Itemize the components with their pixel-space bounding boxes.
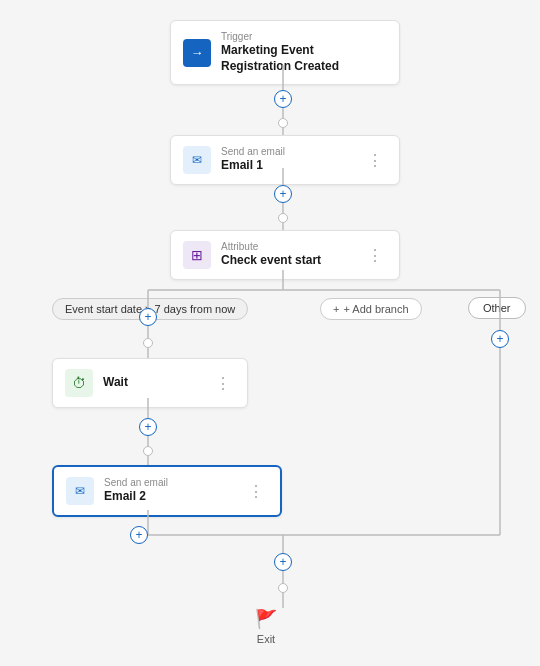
email2-title: Send an email <box>104 477 168 489</box>
wait-icon: ⏱ <box>65 369 93 397</box>
plus-btn-left[interactable]: + <box>139 308 157 326</box>
attribute-menu[interactable]: ⋮ <box>363 244 387 267</box>
connectors-svg <box>0 0 540 666</box>
other-pill[interactable]: Other <box>468 297 526 319</box>
add-branch-icon: + <box>333 303 339 315</box>
workflow-canvas: → Trigger Marketing Event Registration C… <box>0 0 540 666</box>
plus-btn-5[interactable]: + <box>274 553 292 571</box>
trigger-text: Trigger Marketing Event Registration Cre… <box>221 31 387 74</box>
email2-icon: ✉ <box>66 477 94 505</box>
trigger-label: Marketing Event Registration Created <box>221 43 387 74</box>
add-branch-label: + Add branch <box>343 303 408 315</box>
email1-text: Send an email Email 1 <box>221 146 285 174</box>
exit-label: Exit <box>257 633 275 645</box>
trigger-title: Trigger <box>221 31 387 43</box>
email1-menu[interactable]: ⋮ <box>363 149 387 172</box>
plus-btn-2[interactable]: + <box>274 185 292 203</box>
wait-menu[interactable]: ⋮ <box>211 372 235 395</box>
wait-label: Wait <box>103 375 128 391</box>
wait-text: Wait <box>103 375 128 391</box>
email2-menu[interactable]: ⋮ <box>244 480 268 503</box>
email1-title: Send an email <box>221 146 285 158</box>
exit-node: 🚩 Exit <box>255 608 277 645</box>
trigger-card[interactable]: → Trigger Marketing Event Registration C… <box>170 20 400 85</box>
attribute-text: Attribute Check event start <box>221 241 321 269</box>
plus-btn-right[interactable]: + <box>491 330 509 348</box>
circle-node-1 <box>278 118 288 128</box>
wait-card[interactable]: ⏱ Wait ⋮ <box>52 358 248 408</box>
attribute-label: Check event start <box>221 253 321 269</box>
email2-text: Send an email Email 2 <box>104 477 168 505</box>
add-branch-button[interactable]: + + Add branch <box>320 298 422 320</box>
attribute-card[interactable]: ⊞ Attribute Check event start ⋮ <box>170 230 400 280</box>
exit-flag-icon: 🚩 <box>255 608 277 630</box>
email1-card[interactable]: ✉ Send an email Email 1 ⋮ <box>170 135 400 185</box>
other-label: Other <box>483 302 511 314</box>
plus-btn-4[interactable]: + <box>130 526 148 544</box>
email1-label: Email 1 <box>221 158 285 174</box>
trigger-icon: → <box>183 39 211 67</box>
attribute-title: Attribute <box>221 241 321 253</box>
circle-node-2 <box>278 213 288 223</box>
email1-icon: ✉ <box>183 146 211 174</box>
email2-card[interactable]: ✉ Send an email Email 2 ⋮ <box>52 465 282 517</box>
circle-node-left <box>143 338 153 348</box>
email2-label: Email 2 <box>104 489 168 505</box>
circle-node-3 <box>143 446 153 456</box>
attribute-icon: ⊞ <box>183 241 211 269</box>
plus-btn-1[interactable]: + <box>274 90 292 108</box>
plus-btn-3[interactable]: + <box>139 418 157 436</box>
circle-node-4 <box>278 583 288 593</box>
